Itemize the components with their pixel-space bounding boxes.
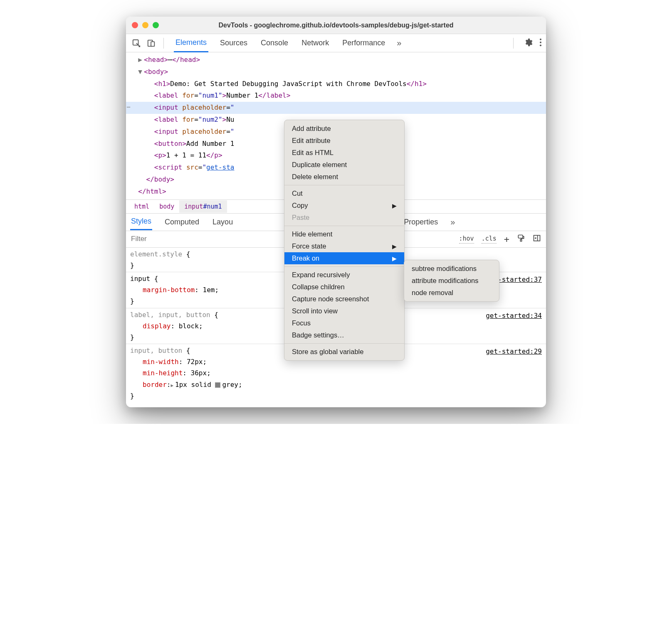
traffic-lights bbox=[132, 22, 159, 28]
panel-toggle-icon[interactable] bbox=[533, 234, 541, 244]
ctx-edit-attribute[interactable]: Edit attribute bbox=[284, 135, 404, 147]
close-button[interactable] bbox=[132, 22, 138, 28]
tab-network[interactable]: Network bbox=[300, 34, 331, 52]
cls-toggle[interactable]: .cls bbox=[482, 235, 497, 244]
submenu-node-removal[interactable]: node removal bbox=[404, 287, 499, 299]
dom-label2-text: Nu bbox=[226, 116, 234, 123]
stab-computed[interactable]: Computed bbox=[164, 214, 200, 230]
chevron-right-icon: ▶ bbox=[392, 255, 397, 262]
source-link[interactable]: get-started:29 bbox=[486, 346, 542, 357]
more-tabs-icon[interactable]: » bbox=[397, 38, 401, 48]
divider bbox=[163, 38, 164, 49]
ctx-hide-element[interactable]: Hide element bbox=[284, 228, 404, 240]
tab-elements[interactable]: Elements bbox=[174, 34, 208, 52]
stab-styles[interactable]: Styles bbox=[130, 214, 152, 230]
svg-rect-6 bbox=[518, 235, 523, 239]
more-stabs-icon[interactable]: » bbox=[450, 217, 455, 227]
hov-toggle[interactable]: :hov bbox=[459, 235, 474, 244]
ctx-paste: Paste bbox=[284, 212, 404, 224]
panel-tabs: Elements Sources Console Network Perform… bbox=[174, 34, 507, 52]
ctx-copy[interactable]: Copy▶ bbox=[284, 199, 404, 212]
context-menu: Add attribute Edit attribute Edit as HTM… bbox=[284, 120, 405, 361]
break-on-submenu: subtree modifications attribute modifica… bbox=[404, 260, 499, 302]
source-link[interactable]: get-started:34 bbox=[486, 310, 542, 321]
svg-point-3 bbox=[540, 38, 541, 40]
new-style-rule-icon[interactable]: + bbox=[504, 234, 509, 244]
ctx-add-attribute[interactable]: Add attribute bbox=[284, 123, 404, 135]
tab-sources[interactable]: Sources bbox=[218, 34, 249, 52]
ctx-delete-element[interactable]: Delete element bbox=[284, 171, 404, 183]
dom-p-text: 1 + 1 = 11 bbox=[166, 151, 206, 159]
titlebar: DevTools - googlechrome.github.io/devtoo… bbox=[126, 17, 546, 34]
ctx-focus[interactable]: Focus bbox=[284, 317, 404, 329]
dom-script-src[interactable]: get-sta bbox=[206, 163, 234, 171]
filter-input[interactable] bbox=[126, 231, 251, 246]
tab-performance[interactable]: Performance bbox=[341, 34, 387, 52]
chevron-right-icon: ▶ bbox=[392, 202, 397, 209]
ctx-expand-recursively[interactable]: Expand recursively bbox=[284, 269, 404, 281]
ctx-scroll-into-view[interactable]: Scroll into view bbox=[284, 305, 404, 317]
dom-label1-text: Number 1 bbox=[226, 91, 258, 99]
kebab-icon[interactable] bbox=[539, 38, 542, 49]
inspect-icon[interactable] bbox=[130, 37, 143, 49]
ctx-cut[interactable]: Cut bbox=[284, 187, 404, 199]
ctx-force-state[interactable]: Force state▶ bbox=[284, 240, 404, 252]
chevron-right-icon: ▶ bbox=[392, 243, 397, 250]
window-title: DevTools - googlechrome.github.io/devtoo… bbox=[218, 22, 453, 29]
main-toolbar: Elements Sources Console Network Perform… bbox=[126, 34, 546, 52]
crumb-html[interactable]: html bbox=[129, 200, 154, 213]
paint-icon[interactable] bbox=[517, 234, 525, 244]
crumb-input[interactable]: input#num1 bbox=[179, 200, 227, 213]
dom-label1-for: num1 bbox=[202, 91, 218, 99]
stab-layout[interactable]: Layou bbox=[212, 214, 234, 230]
svg-rect-7 bbox=[520, 239, 521, 241]
stab-properties[interactable]: Properties bbox=[403, 214, 439, 230]
divider bbox=[513, 38, 514, 49]
dom-label2-for: num2 bbox=[202, 116, 218, 123]
svg-rect-2 bbox=[151, 42, 154, 46]
device-icon[interactable] bbox=[145, 37, 158, 49]
ctx-break-on[interactable]: Break on▶ bbox=[284, 252, 404, 264]
ctx-edit-as-html[interactable]: Edit as HTML bbox=[284, 147, 404, 159]
gear-icon[interactable] bbox=[524, 38, 533, 49]
ctx-store-as-global[interactable]: Store as global variable bbox=[284, 346, 404, 358]
ctx-capture-node-screenshot[interactable]: Capture node screenshot bbox=[284, 293, 404, 305]
ctx-duplicate-element[interactable]: Duplicate element bbox=[284, 159, 404, 171]
tab-console[interactable]: Console bbox=[259, 34, 290, 52]
crumb-body[interactable]: body bbox=[154, 200, 179, 213]
ctx-badge-settings[interactable]: Badge settings… bbox=[284, 329, 404, 341]
maximize-button[interactable] bbox=[153, 22, 159, 28]
ctx-collapse-children[interactable]: Collapse children bbox=[284, 281, 404, 293]
dom-h1-text: Demo: Get Started Debugging JavaScript w… bbox=[170, 80, 406, 88]
submenu-attribute-modifications[interactable]: attribute modifications bbox=[404, 275, 499, 287]
minimize-button[interactable] bbox=[142, 22, 148, 28]
dom-selected-node[interactable]: <input placeholder=" bbox=[126, 102, 546, 114]
svg-point-5 bbox=[540, 44, 541, 46]
dom-button-text: Add Number 1 bbox=[186, 140, 235, 148]
submenu-subtree-modifications[interactable]: subtree modifications bbox=[404, 263, 499, 275]
svg-point-4 bbox=[540, 41, 541, 43]
devtools-window: DevTools - googlechrome.github.io/devtoo… bbox=[126, 17, 546, 407]
color-swatch[interactable] bbox=[215, 382, 220, 388]
